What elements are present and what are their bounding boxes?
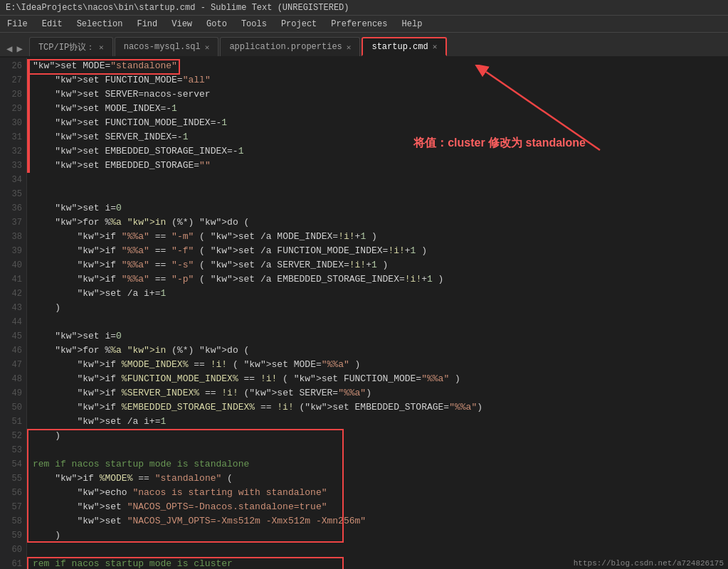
line-number: 44 (0, 315, 26, 329)
tab-nacos-mysql[interactable]: nacos-mysql.sql ✕ (115, 37, 219, 56)
menu-preferences[interactable]: Preferences (324, 18, 394, 31)
line-number: 51 (0, 415, 26, 429)
tab-application-properties[interactable]: application.properties ✕ (220, 37, 360, 56)
code-line: "kw">set SERVER_INDEX=-1 (33, 130, 728, 144)
line-number: 50 (0, 400, 26, 415)
code-line: "kw">set FUNCTION_MODE="all" (33, 73, 728, 87)
code-line: "kw">if "%%a" == "-f" ( "kw">set /a FUNC… (33, 244, 728, 258)
line-number: 48 (0, 372, 26, 386)
code-line: "kw">if %SERVER_INDEX% == !i! ("kw">set … (33, 386, 728, 400)
code-line: "kw">set EMBEDDED_STORAGE_INDEX=-1 (33, 144, 728, 159)
footer-url: https://blog.csdn.net/a724826175 (574, 559, 724, 568)
line-number: 53 (0, 443, 26, 457)
line-numbers: 2627282930313233343536373839404142434445… (0, 58, 27, 569)
line-number: 60 (0, 543, 26, 557)
code-line: "kw">set EMBEDDED_STORAGE="" (33, 159, 728, 173)
code-line: "kw">set /a i+=1 (33, 415, 728, 429)
line-number: 46 (0, 344, 26, 358)
line-number: 38 (0, 230, 26, 244)
code-area[interactable]: "kw">set MODE="standalone" "kw">set FUNC… (27, 58, 728, 569)
code-line: "kw">for %%a "kw">in (%*) "kw">do ( (33, 344, 728, 358)
menu-edit[interactable]: Edit (35, 18, 70, 31)
menu-selection[interactable]: Selection (70, 18, 130, 31)
line-number: 42 (0, 287, 26, 301)
code-line: "kw">set /a i+=1 (33, 287, 728, 301)
code-line: "kw">if %MODE_INDEX% == !i! ( "kw">set M… (33, 358, 728, 372)
tab-nacos-mysql-close[interactable]: ✕ (205, 43, 210, 52)
line-number: 59 (0, 528, 26, 543)
line-number: 29 (0, 102, 26, 116)
code-line: "kw">set "NACOS_OPTS=-Dnacos.standalone=… (33, 500, 728, 514)
nav-right-icon[interactable]: ▶ (14, 41, 24, 56)
code-line: "kw">if %FUNCTION_MODE_INDEX% == !i! ( "… (33, 372, 728, 386)
code-line: ) (33, 528, 728, 543)
code-line: "kw">if "%%a" == "-p" ( "kw">set /a EMBE… (33, 272, 728, 287)
code-line: "kw">if %EMBEDDED_STORAGE_INDEX% == !i! … (33, 400, 728, 415)
line-number: 41 (0, 272, 26, 287)
editor: 2627282930313233343536373839404142434445… (0, 58, 728, 569)
line-number: 57 (0, 500, 26, 514)
code-line: "kw">if %MODE% == "standalone" ( (33, 472, 728, 486)
line-number: 54 (0, 457, 26, 472)
line-number: 40 (0, 258, 26, 272)
code-line (33, 443, 728, 457)
line-number: 30 (0, 116, 26, 130)
code-line: "kw">if "%%a" == "-m" ( "kw">set /a MODE… (33, 230, 728, 244)
code-line: ) (33, 301, 728, 315)
code-line: ) (33, 429, 728, 443)
code-line (33, 543, 728, 557)
code-line: "kw">for %%a "kw">in (%*) "kw">do ( (33, 216, 728, 230)
code-line (33, 315, 728, 329)
line-number: 47 (0, 358, 26, 372)
tab-app-props-close[interactable]: ✕ (347, 43, 352, 52)
line-number: 56 (0, 486, 26, 500)
line-number: 35 (0, 187, 26, 201)
code-line: "kw">set SERVER=nacos-server (33, 87, 728, 102)
menu-bar: File Edit Selection Find View Goto Tools… (0, 16, 728, 33)
tab-tcp[interactable]: TCP/IP协议： ✕ (29, 37, 113, 56)
code-line: "kw">set i=0 (33, 201, 728, 216)
menu-project[interactable]: Project (274, 18, 324, 31)
line-number: 49 (0, 386, 26, 400)
left-indicator-bar (27, 59, 30, 173)
line-number: 61 (0, 557, 26, 569)
menu-help[interactable]: Help (395, 18, 430, 31)
code-line: "kw">set MODE="standalone" (33, 59, 728, 73)
title-text: E:\IdeaProjects\nacos\bin\startup.cmd - … (6, 3, 349, 13)
line-number: 55 (0, 472, 26, 486)
code-line: rem if nacos startup mode is standalone (33, 457, 728, 472)
menu-view[interactable]: View (164, 18, 199, 31)
title-bar: E:\IdeaProjects\nacos\bin\startup.cmd - … (0, 0, 728, 16)
line-number: 58 (0, 514, 26, 528)
menu-goto[interactable]: Goto (199, 18, 234, 31)
code-line (33, 187, 728, 201)
line-number: 37 (0, 216, 26, 230)
line-number: 32 (0, 144, 26, 159)
tab-startup-cmd-close[interactable]: ✕ (433, 42, 438, 51)
menu-tools[interactable]: Tools (234, 18, 274, 31)
footer: https://blog.csdn.net/a724826175 (569, 558, 728, 569)
line-number: 39 (0, 244, 26, 258)
line-number: 34 (0, 173, 26, 187)
tab-tcp-close[interactable]: ✕ (99, 43, 104, 52)
line-number: 28 (0, 87, 26, 102)
code-line: "kw">set MODE_INDEX=-1 (33, 102, 728, 116)
menu-find[interactable]: Find (130, 18, 164, 31)
line-number: 26 (0, 59, 26, 73)
nav-left-icon[interactable]: ◀ (4, 41, 14, 56)
line-number: 33 (0, 159, 26, 173)
menu-file[interactable]: File (0, 18, 35, 31)
code-line: "kw">set i=0 (33, 329, 728, 344)
line-number: 36 (0, 201, 26, 216)
code-line: "kw">if "%%a" == "-s" ( "kw">set /a SERV… (33, 258, 728, 272)
tab-startup-cmd[interactable]: startup.cmd ✕ (362, 37, 447, 56)
nav-arrows: ◀ ▶ (0, 41, 29, 56)
tab-bar: ◀ ▶ TCP/IP协议： ✕ nacos-mysql.sql ✕ applic… (0, 33, 728, 58)
line-number: 43 (0, 301, 26, 315)
line-number: 27 (0, 73, 26, 87)
line-number: 45 (0, 329, 26, 344)
line-number: 52 (0, 429, 26, 443)
code-line (33, 173, 728, 187)
line-number: 31 (0, 130, 26, 144)
code-line: "kw">set FUNCTION_MODE_INDEX=-1 (33, 116, 728, 130)
